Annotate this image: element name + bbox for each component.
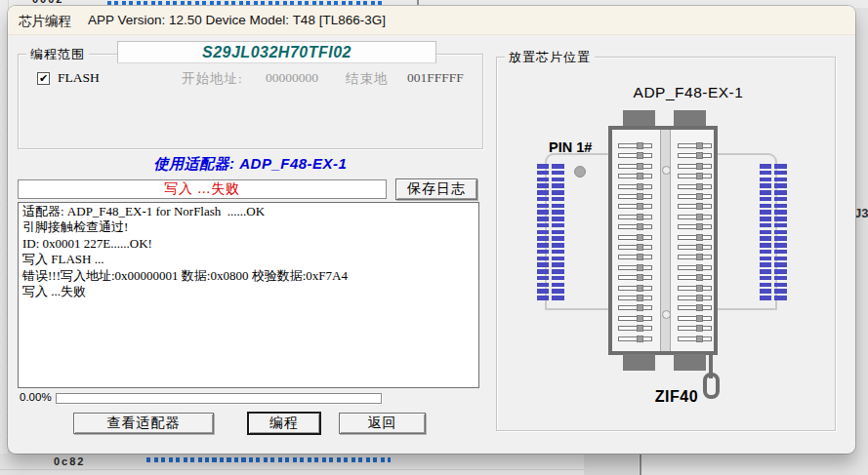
pin-header-right <box>760 164 787 306</box>
chip-placement-label: 放置芯片位置 <box>505 49 595 66</box>
pin-header-bar <box>760 197 787 202</box>
start-address-label: 开始地址: <box>182 70 243 88</box>
socket-tab-top-right <box>674 110 706 127</box>
zif-pin-slot <box>618 286 652 291</box>
zif-pin-contact <box>696 223 703 230</box>
zif-pin-slot <box>618 174 652 178</box>
zif-pin-slot <box>618 184 652 189</box>
zif-pin-contact <box>637 203 643 210</box>
zif-pin-contact <box>696 193 703 200</box>
socket-tab-bottom-right <box>674 354 706 371</box>
background-clipped-glyph: 6 <box>0 266 8 278</box>
pin-header-bar <box>760 164 787 169</box>
pin-header-bar <box>537 204 564 209</box>
zif-pin-contact <box>696 264 703 271</box>
background-clipped-glyph: 6 <box>0 381 8 393</box>
zif-pin-slot <box>678 215 712 219</box>
view-adapter-button[interactable]: 查看适配器 <box>73 413 214 434</box>
log-line: 引脚接触检查通过! <box>22 219 475 235</box>
zif-pin-slot <box>618 224 652 229</box>
pin-header-bar <box>537 250 564 255</box>
background-hex-dots <box>146 457 391 462</box>
end-address-label: 结束地 <box>346 70 389 88</box>
zif-pin-contact <box>637 295 643 301</box>
save-log-button[interactable]: 保存日志 <box>395 178 477 200</box>
background-clipped-glyph: 6 <box>0 405 8 416</box>
zif-pin-slot <box>678 286 712 291</box>
zif-pin-contact <box>637 183 643 190</box>
pin-header-bar <box>760 230 787 235</box>
zif-pin-contact <box>637 163 643 170</box>
zif-pin-contact <box>696 152 703 159</box>
zif-pin-contact <box>696 274 703 281</box>
pin-header-bar <box>760 204 787 209</box>
zif-pin-slot <box>678 326 712 331</box>
window-title: 芯片编程 <box>19 13 71 30</box>
zif-pin-slot <box>618 316 652 321</box>
zif-pin-slot <box>678 143 712 148</box>
app-version-info: APP Version: 12.50 Device Model: T48 [TL… <box>88 13 386 27</box>
zif-socket-label: ZIF40 <box>599 388 755 406</box>
pin-header-bar <box>537 269 564 274</box>
zif-pin-slot <box>678 305 712 310</box>
zif-pin-contact <box>637 223 643 230</box>
pin-header-bar <box>760 183 787 188</box>
zif-pin-slot <box>678 336 712 341</box>
background-hex-address: 0002 <box>32 0 63 5</box>
pin-header-bar <box>537 276 564 281</box>
pin-header-bar <box>760 283 787 288</box>
zif-pin-contact <box>637 274 643 281</box>
zif-pin-contact <box>696 285 703 292</box>
flash-checkbox-label: FLASH <box>58 70 100 86</box>
pin-header-bar <box>537 283 564 288</box>
background-clipped-glyph: 6 <box>0 197 8 209</box>
zif-pin-slot <box>678 164 712 169</box>
flash-checkbox[interactable]: ✔ <box>37 72 50 85</box>
background-clipped-glyph: 6 <box>0 35 8 47</box>
progress-bar <box>56 393 382 404</box>
zif-pin-contact <box>637 234 643 241</box>
socket-tab-top-left <box>623 110 655 127</box>
zif-pin-contact <box>696 304 703 311</box>
end-address-value: 001FFFFF <box>407 70 464 86</box>
program-range-groupbox: 编程范围 <box>18 54 483 149</box>
background-pane-divider <box>640 454 641 475</box>
log-area[interactable]: 适配器: ADP_F48_EX-1 for NorFlash ......OK引… <box>18 202 479 388</box>
pin-header-bar <box>760 236 787 241</box>
program-button[interactable]: 编程 <box>247 412 321 435</box>
pin-header-bar <box>537 223 564 228</box>
background-clipped-glyph: 6 <box>0 219 8 231</box>
pin-header-bar <box>537 296 564 300</box>
background-row-separator <box>0 469 584 470</box>
zif-pin-contact <box>637 304 643 311</box>
background-clipped-glyph: 6 <box>0 104 8 116</box>
zif-pin-slot <box>618 265 652 270</box>
background-hex-row-bottom: 0c82 <box>0 454 868 475</box>
zif-pin-contact <box>696 315 703 322</box>
pin-header-bar <box>537 243 564 248</box>
pin-header-bar <box>537 190 564 195</box>
pin-header-bar <box>760 217 787 221</box>
background-clipped-glyph: 6 <box>0 128 8 139</box>
zif-pin-slot <box>678 224 712 229</box>
zif-pin-slot <box>618 153 652 158</box>
background-right-edge-text: J3 <box>854 206 868 220</box>
zif-socket-hole-top <box>662 166 671 175</box>
zif-pin-contact <box>696 254 703 260</box>
zif-pin-contact <box>637 244 643 251</box>
background-hex-address: 0c82 <box>54 455 85 467</box>
zif-pin-contact <box>637 264 643 271</box>
zif-pin-slot <box>678 194 712 199</box>
zif-pin-contact <box>637 315 643 322</box>
zif-pin-column-right <box>678 143 713 346</box>
zif-pin-contact <box>637 285 643 292</box>
zif-pin-contact <box>637 336 643 342</box>
zif-pin-slot <box>618 245 652 250</box>
back-button[interactable]: 返回 <box>339 413 426 434</box>
log-line: 适配器: ADP_F48_EX-1 for NorFlash ......OK <box>22 204 475 219</box>
zif-pin-contact <box>696 295 703 301</box>
pin-header-bar <box>760 190 787 195</box>
background-scrollbar <box>584 454 639 475</box>
zif-pin-contact <box>696 142 703 149</box>
program-range-label: 编程范围 <box>26 46 89 63</box>
